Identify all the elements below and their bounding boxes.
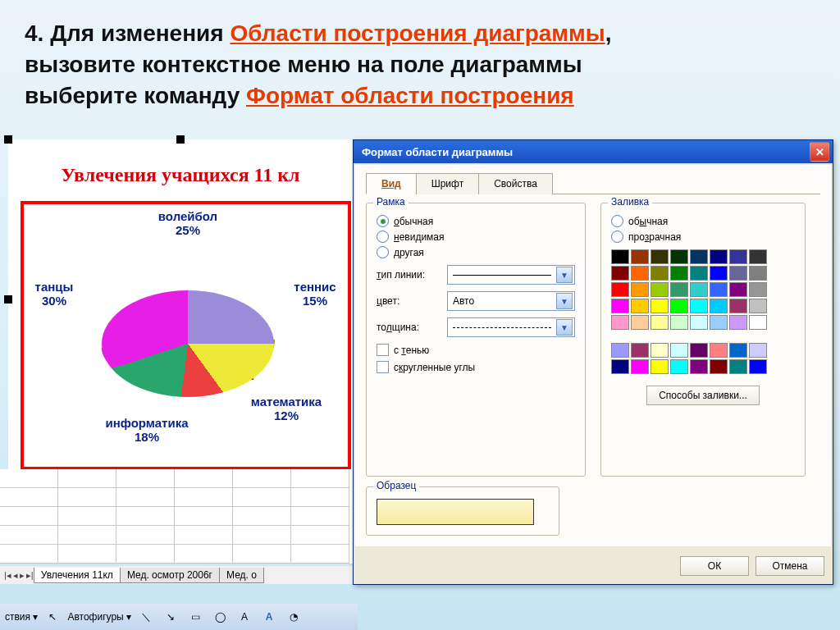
color-swatch[interactable] [651, 266, 669, 281]
color-swatch[interactable] [690, 249, 708, 264]
color-swatch[interactable] [749, 249, 767, 264]
color-swatch[interactable] [749, 343, 767, 358]
color-swatch[interactable] [611, 266, 629, 281]
radio-fill-transparent[interactable]: прозрачная [611, 231, 795, 243]
color-swatch[interactable] [710, 359, 728, 374]
color-swatch[interactable] [729, 282, 747, 297]
color-combo[interactable]: Авто ▼ [447, 291, 575, 311]
chart-title: Увлечения учащихся 11 кл [8, 164, 353, 186]
textbox-icon[interactable]: A [235, 607, 254, 627]
color-swatch[interactable] [651, 299, 669, 313]
color-swatch[interactable] [729, 249, 747, 264]
color-swatch[interactable] [670, 266, 688, 281]
chevron-down-icon: ▼ [556, 293, 573, 309]
color-swatch[interactable] [710, 299, 728, 313]
rectangle-icon[interactable]: ▭ [185, 607, 205, 627]
color-swatch[interactable] [729, 299, 747, 313]
color-swatch[interactable] [670, 315, 688, 330]
radio-border-normal[interactable]: обычная [377, 215, 575, 227]
close-icon[interactable]: ✕ [810, 142, 829, 162]
color-swatch[interactable] [729, 315, 747, 330]
tab-properties[interactable]: Свойства [478, 173, 553, 194]
color-swatch[interactable] [729, 266, 747, 281]
sheet-tab-bar[interactable]: |◂ ◂ ▸ ▸| Увлечения 11кл Мед. осмотр 200… [0, 566, 356, 584]
color-swatch[interactable] [651, 359, 669, 374]
color-swatch[interactable] [611, 249, 629, 264]
tab-nav-last[interactable]: ▸| [26, 570, 34, 581]
color-swatch[interactable] [749, 266, 767, 281]
autoshapes-button[interactable]: Автофигуры ▾ [67, 611, 131, 623]
checkbox-shadow[interactable]: с тенью [377, 344, 575, 356]
color-swatch[interactable] [631, 343, 649, 358]
color-swatch[interactable] [690, 299, 708, 313]
sheet-tab-3[interactable]: Мед. о [219, 568, 264, 583]
color-swatch[interactable] [690, 315, 708, 330]
tab-nav-prev[interactable]: ◂ [13, 570, 18, 581]
color-swatch[interactable] [710, 266, 728, 281]
color-swatch[interactable] [631, 315, 649, 330]
color-swatch[interactable] [670, 249, 688, 264]
color-swatch[interactable] [611, 282, 629, 297]
color-swatch[interactable] [611, 359, 629, 374]
checkbox-rounded[interactable]: скругленные углы [377, 361, 575, 373]
color-swatch[interactable] [611, 299, 629, 313]
color-swatch[interactable] [631, 299, 649, 313]
color-swatch[interactable] [670, 299, 688, 313]
color-swatch[interactable] [749, 282, 767, 297]
chart-object[interactable]: Увлечения учащихся 11 кл волейбол25% тен… [8, 139, 353, 509]
color-swatch[interactable] [749, 299, 767, 313]
select-objects-icon[interactable]: ↖ [43, 607, 62, 627]
ok-button[interactable]: ОК [680, 556, 749, 576]
color-swatch[interactable] [670, 359, 688, 374]
color-swatch[interactable] [749, 315, 767, 330]
color-swatch[interactable] [710, 249, 728, 264]
line-type-combo[interactable]: ▼ [447, 265, 575, 285]
diagram-icon[interactable]: ◔ [284, 607, 304, 627]
color-swatch[interactable] [690, 282, 708, 297]
color-swatch[interactable] [670, 282, 688, 297]
color-swatch[interactable] [729, 343, 747, 358]
color-swatch[interactable] [710, 343, 728, 358]
color-swatch[interactable] [631, 359, 649, 374]
wordart-icon[interactable]: A [259, 607, 279, 627]
color-swatch[interactable] [670, 343, 688, 358]
color-label: цвет: [377, 295, 447, 307]
arrow-icon[interactable]: ↘ [161, 607, 180, 627]
radio-border-custom[interactable]: другая [377, 246, 575, 258]
line-icon[interactable]: ＼ [136, 607, 156, 627]
radio-border-invisible[interactable]: невидимая [377, 231, 575, 243]
tab-font[interactable]: Шрифт [416, 173, 479, 194]
tab-nav-next[interactable]: ▸ [20, 570, 25, 581]
color-swatch[interactable] [690, 266, 708, 281]
color-swatch[interactable] [631, 282, 649, 297]
color-swatch[interactable] [690, 343, 708, 358]
data-label-informatics: информатика18% [94, 416, 200, 445]
oval-icon[interactable]: ◯ [210, 607, 230, 627]
color-swatch[interactable] [651, 315, 669, 330]
sheet-tab-2[interactable]: Мед. осмотр 2006г [120, 568, 220, 583]
sheet-tab-active[interactable]: Увлечения 11кл [34, 568, 121, 583]
radio-fill-normal[interactable]: обычная [611, 215, 795, 227]
data-label-dance: танцы30% [25, 280, 83, 308]
color-swatch[interactable] [710, 315, 728, 330]
plot-area[interactable]: волейбол25% теннис15% математика12% инфо… [21, 201, 351, 470]
color-swatch[interactable] [651, 343, 669, 358]
color-swatch[interactable] [611, 343, 629, 358]
color-swatch[interactable] [651, 249, 669, 264]
color-swatch[interactable] [631, 249, 649, 264]
color-swatch[interactable] [611, 315, 629, 330]
color-swatch[interactable] [710, 282, 728, 297]
dialog-titlebar[interactable]: Формат области диаграммы ✕ [354, 140, 833, 163]
color-swatch[interactable] [729, 359, 747, 374]
color-swatch[interactable] [749, 359, 767, 374]
color-swatch[interactable] [690, 359, 708, 374]
color-swatch[interactable] [651, 282, 669, 297]
color-swatch[interactable] [631, 266, 649, 281]
tab-nav-first[interactable]: |◂ [4, 570, 11, 581]
fill-effects-button[interactable]: Способы заливки... [646, 386, 760, 405]
tab-view[interactable]: Вид [366, 173, 417, 194]
worksheet-grid[interactable] [0, 469, 353, 564]
cancel-button[interactable]: Отмена [756, 556, 824, 576]
checkbox-icon [377, 361, 389, 373]
weight-combo[interactable]: ▼ [447, 317, 575, 337]
